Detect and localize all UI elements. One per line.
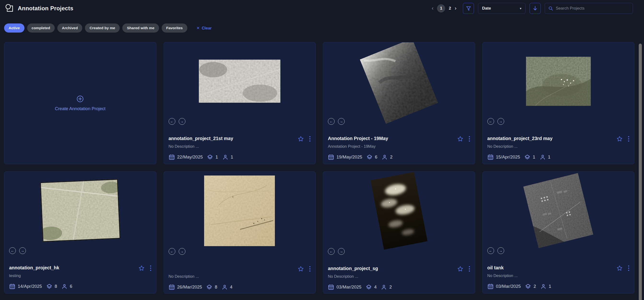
- prev-image-button[interactable]: ←: [9, 247, 16, 254]
- next-image-button[interactable]: →: [19, 247, 26, 254]
- prev-image-button[interactable]: ←: [168, 118, 175, 125]
- thumbnail-area: [488, 46, 630, 116]
- next-image-button[interactable]: →: [338, 118, 345, 125]
- project-description: No Description ...: [168, 274, 311, 279]
- close-icon: ✕: [196, 26, 200, 31]
- person-icon: [382, 154, 388, 160]
- project-card[interactable]: ← → oil tank No Description ...: [482, 171, 635, 294]
- users-count: 2: [389, 285, 392, 290]
- more-options-button[interactable]: [469, 136, 470, 142]
- more-options-button[interactable]: [150, 265, 151, 271]
- next-image-button[interactable]: →: [498, 247, 504, 254]
- project-date: 03/Mar/2025: [496, 284, 521, 289]
- thumbnail-area: [168, 46, 311, 116]
- filter-chips-row: Active completed Archived Created by me …: [4, 23, 644, 32]
- project-description: No Description ...: [488, 144, 630, 149]
- next-image-button[interactable]: →: [179, 118, 186, 125]
- favorite-button[interactable]: [138, 265, 145, 271]
- favorite-button[interactable]: [457, 136, 464, 142]
- thumbnail-nav: ← →: [9, 247, 151, 254]
- filter-chip-favorites[interactable]: Favorites: [162, 23, 187, 32]
- filter-chip-completed[interactable]: completed: [27, 23, 55, 32]
- project-description: No Description ...: [168, 144, 311, 149]
- project-title: oil tank: [488, 265, 504, 271]
- project-meta: 03/Mar/2025 4 2: [328, 284, 470, 290]
- more-options-button[interactable]: [628, 265, 629, 271]
- layers-count: 1: [533, 154, 535, 160]
- plus-circle-icon: [76, 95, 84, 103]
- clear-filters-button[interactable]: ✕ Clear: [196, 26, 212, 31]
- project-card[interactable]: ← → annotation_project_sg No Description…: [323, 171, 475, 294]
- thumbnail-nav: ← →: [488, 118, 630, 125]
- calendar-icon: [488, 283, 494, 290]
- create-project-card[interactable]: Create Annotation Project: [4, 42, 156, 164]
- next-image-button[interactable]: →: [338, 248, 345, 255]
- next-image-button[interactable]: →: [498, 118, 504, 125]
- caret-down-icon: ▾: [520, 6, 522, 10]
- project-card[interactable]: ← → No Description ...: [164, 171, 316, 294]
- favorite-button[interactable]: [457, 266, 464, 272]
- filter-chip-active[interactable]: Active: [4, 23, 24, 32]
- pagination-prev-icon[interactable]: ‹: [432, 6, 434, 11]
- project-date: 15/Apr/2025: [496, 154, 520, 160]
- kebab-icon: [469, 266, 470, 272]
- favorite-button[interactable]: [298, 266, 304, 272]
- more-options-button[interactable]: [628, 136, 629, 142]
- search-box: [545, 3, 633, 14]
- pagination-page-2[interactable]: 2: [449, 6, 451, 11]
- pagination-next-icon[interactable]: ›: [455, 6, 456, 11]
- prev-image-button[interactable]: ←: [328, 248, 334, 255]
- prev-image-button[interactable]: ←: [328, 118, 334, 125]
- thumbnail-area: [328, 175, 470, 246]
- project-thumbnail: [370, 172, 428, 250]
- project-card[interactable]: ← → annotation_project_hk testing: [4, 171, 156, 294]
- layers-count: 8: [215, 285, 217, 290]
- project-date: 03/Mar/2025: [336, 285, 362, 290]
- filter-chip-created-by-me[interactable]: Created by me: [85, 23, 120, 32]
- thumbnail-area: [488, 175, 630, 245]
- layers-icon: [207, 154, 213, 160]
- person-icon: [381, 284, 387, 290]
- users-count: 1: [548, 154, 550, 160]
- favorite-button[interactable]: [616, 265, 623, 271]
- more-options-button[interactable]: [309, 266, 310, 272]
- project-description: No Description ...: [488, 274, 630, 278]
- person-icon: [222, 154, 228, 160]
- filter-chip-shared-with-me[interactable]: Shared with me: [122, 23, 159, 32]
- thumbnail-area: [168, 175, 311, 246]
- project-meta: 15/Apr/2025 1 1: [488, 154, 630, 160]
- filter-chip-archived[interactable]: Archived: [57, 23, 82, 32]
- project-card[interactable]: ← → annotation_project_21st may No Descr…: [164, 42, 316, 164]
- users-count: 6: [70, 284, 72, 289]
- favorite-button[interactable]: [616, 136, 623, 142]
- favorite-button[interactable]: [298, 136, 304, 142]
- star-icon: [457, 136, 464, 142]
- prev-image-button[interactable]: ←: [488, 118, 494, 125]
- project-card[interactable]: ← → annotation_project_23rd may No Descr…: [482, 42, 635, 164]
- project-date: 22/May/2025: [177, 154, 203, 160]
- kebab-icon: [628, 136, 629, 142]
- more-options-button[interactable]: [469, 266, 470, 272]
- users-count: 4: [230, 285, 232, 290]
- annotation-logo-icon: [5, 3, 14, 13]
- date-sort-select[interactable]: Date ▾: [478, 3, 526, 14]
- filter-button[interactable]: [463, 3, 474, 14]
- prev-image-button[interactable]: ←: [488, 247, 494, 254]
- prev-image-button[interactable]: ←: [168, 248, 175, 255]
- next-image-button[interactable]: →: [179, 248, 186, 255]
- sort-direction-button[interactable]: [530, 3, 540, 14]
- project-thumbnail: [526, 57, 591, 106]
- project-meta: 19/May/2025 6 2: [328, 154, 470, 160]
- more-options-button[interactable]: [309, 136, 310, 142]
- layers-count: 2: [534, 284, 536, 289]
- star-icon: [616, 265, 623, 271]
- projects-grid: Create Annotation Project ← →: [4, 42, 634, 294]
- users-count: 2: [390, 154, 392, 160]
- clear-label: Clear: [202, 26, 212, 30]
- scrollbar-thumb[interactable]: [639, 44, 642, 300]
- pagination-page-1[interactable]: 1: [437, 4, 445, 12]
- project-card[interactable]: ← → Annotation Project - 19May Annotatio…: [323, 42, 475, 164]
- star-icon: [298, 266, 304, 272]
- project-description: Annotation Project - 19May: [328, 144, 470, 149]
- search-input[interactable]: [556, 6, 629, 11]
